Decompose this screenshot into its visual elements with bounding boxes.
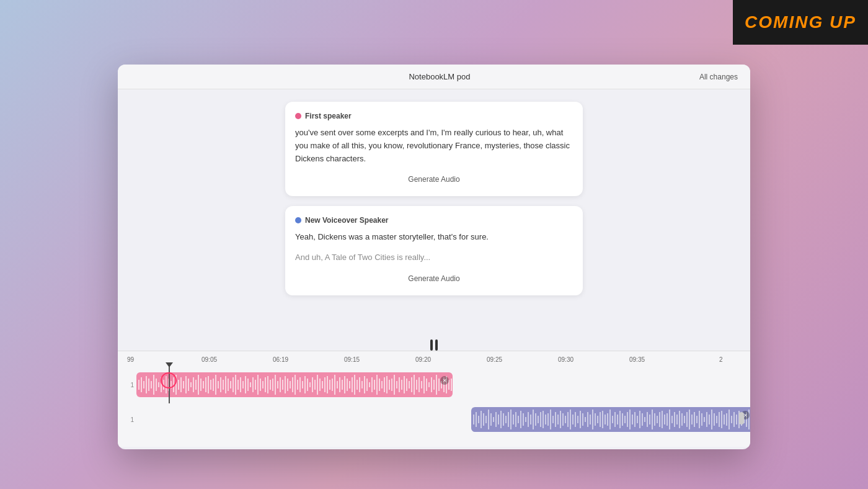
- svg-rect-1: [141, 377, 142, 392]
- coming-up-text: COMING UP: [745, 12, 856, 32]
- svg-rect-17: [180, 377, 182, 392]
- svg-rect-167: [572, 415, 574, 424]
- svg-rect-49: [260, 379, 261, 391]
- svg-rect-22: [193, 377, 194, 392]
- svg-rect-211: [681, 413, 683, 426]
- scroll-indicator[interactable]: [739, 412, 744, 424]
- svg-rect-187: [622, 413, 623, 426]
- svg-rect-183: [612, 416, 613, 423]
- svg-rect-172: [585, 417, 586, 422]
- svg-rect-177: [597, 416, 598, 423]
- svg-rect-192: [634, 412, 636, 427]
- all-changes-label: All changes: [699, 73, 738, 81]
- svg-rect-63: [294, 375, 296, 395]
- svg-rect-203: [662, 411, 663, 428]
- svg-rect-45: [250, 382, 251, 387]
- svg-rect-46: [252, 377, 254, 392]
- svg-rect-36: [228, 379, 229, 391]
- svg-rect-35: [225, 376, 226, 393]
- svg-rect-130: [480, 411, 482, 428]
- svg-rect-210: [679, 411, 680, 428]
- transcript-card-2: New Voiceover Speaker Yeah, Dickens was …: [285, 206, 583, 295]
- svg-rect-38: [232, 377, 234, 392]
- speaker-name-2: New Voiceover Speaker: [305, 216, 389, 225]
- speaker-label-2: New Voiceover Speaker: [295, 216, 573, 225]
- svg-rect-229: [726, 413, 727, 426]
- svg-rect-55: [275, 375, 276, 395]
- svg-rect-153: [538, 416, 539, 423]
- svg-rect-21: [190, 382, 192, 387]
- speaker-name-1: First speaker: [305, 112, 352, 120]
- svg-rect-169: [577, 416, 578, 423]
- svg-rect-182: [609, 410, 611, 429]
- svg-rect-175: [592, 410, 593, 429]
- svg-rect-132: [485, 416, 487, 423]
- svg-rect-59: [285, 376, 286, 393]
- svg-rect-136: [495, 412, 497, 427]
- svg-rect-102: [391, 379, 392, 391]
- timeline-area: 99 09:05 06:19 09:15 09:20 09:25 09:30 0…: [118, 351, 750, 447]
- svg-rect-3: [146, 376, 147, 393]
- svg-rect-168: [575, 412, 576, 427]
- generate-audio-btn-1[interactable]: Generate Audio: [295, 173, 573, 186]
- svg-rect-154: [540, 412, 541, 427]
- svg-rect-226: [719, 412, 720, 427]
- svg-rect-225: [716, 416, 717, 423]
- svg-rect-91: [364, 376, 365, 393]
- svg-rect-99: [384, 377, 385, 392]
- waveform-track-blue[interactable]: ✕: [471, 407, 750, 432]
- svg-rect-232: [733, 412, 735, 427]
- svg-rect-204: [664, 415, 665, 424]
- svg-rect-118: [431, 377, 432, 392]
- svg-rect-87: [354, 375, 355, 395]
- svg-rect-116: [426, 379, 427, 391]
- svg-rect-134: [490, 413, 492, 426]
- svg-rect-111: [414, 375, 415, 395]
- title-bar: NotebookLM pod All changes: [118, 65, 750, 89]
- svg-rect-233: [736, 415, 737, 424]
- svg-rect-64: [297, 380, 298, 390]
- track-number-2: 1: [124, 416, 134, 423]
- svg-rect-199: [652, 410, 653, 429]
- track-number-1: 1: [124, 382, 134, 388]
- svg-rect-141: [508, 412, 509, 427]
- svg-rect-42: [242, 381, 244, 388]
- svg-rect-198: [649, 415, 650, 424]
- ruler-label-8: 2: [719, 356, 723, 363]
- svg-rect-37: [230, 381, 231, 388]
- ruler-label-4: 09:20: [415, 356, 431, 363]
- svg-rect-209: [676, 415, 678, 424]
- pause-icon: [430, 339, 438, 351]
- generate-audio-btn-2[interactable]: Generate Audio: [295, 272, 573, 285]
- waveform-track-pink[interactable]: ✕: [136, 372, 453, 397]
- pause-button[interactable]: [423, 334, 445, 356]
- svg-rect-47: [255, 380, 256, 390]
- speaker-dot-pink: [295, 113, 301, 119]
- svg-rect-205: [666, 413, 668, 426]
- svg-rect-95: [374, 380, 375, 390]
- svg-rect-180: [604, 415, 606, 424]
- svg-rect-162: [560, 411, 561, 428]
- svg-rect-94: [371, 377, 373, 392]
- svg-rect-75: [324, 377, 326, 392]
- svg-rect-202: [659, 412, 660, 427]
- tracks-container: 1: [118, 371, 750, 433]
- svg-rect-145: [518, 416, 519, 423]
- svg-rect-179: [602, 411, 603, 428]
- svg-rect-105: [399, 377, 400, 392]
- svg-rect-81: [339, 377, 340, 392]
- svg-rect-221: [706, 412, 707, 427]
- svg-rect-83: [344, 376, 345, 393]
- svg-rect-88: [356, 380, 358, 390]
- svg-rect-39: [235, 375, 236, 395]
- svg-rect-165: [567, 412, 569, 427]
- svg-rect-48: [257, 375, 259, 395]
- svg-rect-185: [617, 415, 618, 424]
- svg-rect-133: [488, 410, 489, 429]
- playhead-triangle: [166, 362, 173, 367]
- svg-rect-27: [205, 377, 206, 392]
- svg-rect-112: [416, 380, 417, 390]
- svg-rect-58: [282, 380, 283, 390]
- svg-rect-98: [381, 381, 383, 388]
- svg-rect-100: [386, 376, 388, 393]
